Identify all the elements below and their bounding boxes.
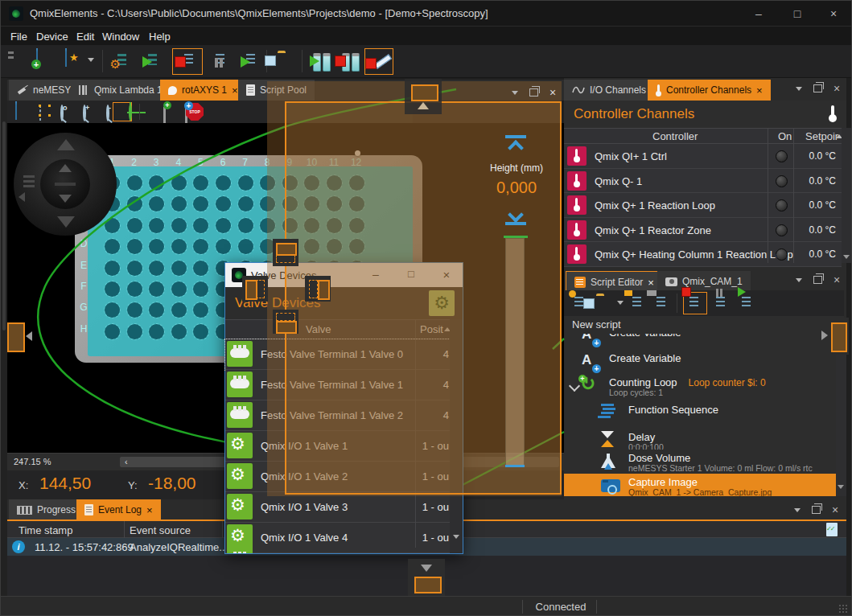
pan-icon[interactable]: [39, 105, 41, 121]
scroll-down-icon[interactable]: [838, 485, 844, 489]
valve-row[interactable]: Qmix I/O 1 Valve 41 - ou: [225, 523, 450, 553]
script-item[interactable]: Create Variable: [564, 350, 836, 375]
dock-right-indicator[interactable]: [305, 276, 331, 302]
maximize-button[interactable]: □: [780, 1, 815, 27]
close-panel-icon[interactable]: ×: [833, 84, 840, 92]
controller-row[interactable]: Qmix QI+ 1 Ctrl0.0 °C: [564, 144, 842, 169]
controller-row[interactable]: Qmix Q+ 1 Reactor Zone0.0 °C: [564, 218, 842, 243]
float-panel-icon[interactable]: [529, 88, 538, 97]
tab-controller-channels[interactable]: Controller Channels ×: [648, 80, 771, 101]
plate-well[interactable]: [105, 261, 120, 276]
power-toggle[interactable]: [776, 175, 788, 187]
panel-dropdown-icon[interactable]: [796, 87, 802, 91]
move-to-top-icon[interactable]: [505, 135, 526, 154]
dock-bottom-indicator[interactable]: [273, 310, 298, 334]
plate-well[interactable]: [127, 261, 142, 276]
float-panel-icon[interactable]: [812, 506, 821, 514]
script-item[interactable]: Capture ImageQmix_CAM_1 -> Camera_Captur…: [564, 474, 836, 496]
jog-inner-up-icon[interactable]: [59, 164, 72, 172]
scroll-down-icon[interactable]: [843, 255, 850, 259]
script-item[interactable]: Delay0:0:0:100: [564, 429, 836, 450]
jog-down-icon[interactable]: [57, 216, 75, 228]
dock-edge-right-indicator[interactable]: [815, 318, 849, 355]
favorites-dropdown-icon[interactable]: [88, 58, 94, 62]
zoom-original-icon[interactable]: o: [60, 105, 64, 121]
tab-io-channels[interactable]: I/O Channels: [564, 80, 654, 101]
plate-well[interactable]: [105, 218, 120, 233]
menu-window[interactable]: Window: [97, 29, 144, 44]
move-to-bottom-icon[interactable]: [505, 207, 526, 227]
close-tab-icon[interactable]: ×: [756, 84, 763, 97]
script-item[interactable]: Function Sequence: [564, 401, 836, 429]
script-item[interactable]: Create Variable: [564, 334, 836, 351]
menu-edit[interactable]: Edit: [72, 29, 99, 44]
zoom-in-icon[interactable]: +: [83, 105, 86, 121]
col-on[interactable]: On: [778, 130, 792, 142]
plate-well[interactable]: [149, 261, 164, 276]
float-panel-icon[interactable]: [813, 276, 822, 284]
close-panel-icon[interactable]: ×: [833, 276, 840, 284]
script-item[interactable]: Dose VolumeneMESYS Starter 1 Volume: 0 m…: [564, 450, 836, 474]
dock-edge-top-indicator[interactable]: [405, 79, 442, 114]
dock-left-indicator[interactable]: [242, 276, 268, 302]
panel-dropdown-icon[interactable]: [794, 508, 801, 512]
menu-file[interactable]: File: [6, 29, 32, 44]
dock-edge-left-indicator[interactable]: [7, 322, 41, 351]
jog-menu-icon[interactable]: [23, 175, 35, 178]
plate-well[interactable]: [171, 175, 187, 191]
close-tab-icon[interactable]: ×: [232, 84, 238, 97]
plate-well[interactable]: [127, 281, 142, 297]
float-panel-icon[interactable]: [813, 84, 822, 92]
panel-dropdown-icon[interactable]: [796, 278, 802, 282]
layout-icon[interactable]: [15, 101, 17, 120]
controller-table-header[interactable]: Controller On Setpoir: [564, 128, 842, 144]
expand-chevron-icon[interactable]: [569, 380, 580, 392]
open-dropdown-icon[interactable]: [617, 301, 624, 305]
close-panel-icon[interactable]: ×: [832, 506, 838, 514]
dock-top-indicator[interactable]: [273, 239, 298, 266]
tab-qmix-lambda[interactable]: Qmix Lambda 1: [71, 80, 171, 101]
favorites-window-icon[interactable]: ★: [65, 48, 67, 67]
log-filter-icon[interactable]: [826, 523, 838, 536]
minimize-button[interactable]: –: [741, 1, 776, 27]
plate-well[interactable]: [216, 218, 231, 233]
jog-dpad-control[interactable]: [14, 133, 117, 236]
plate-well[interactable]: [105, 324, 120, 339]
plate-well[interactable]: [216, 175, 231, 191]
tab-progress[interactable]: Progress: [9, 499, 84, 520]
menu-help[interactable]: Help: [144, 29, 175, 44]
vertical-scrollbar[interactable]: [836, 334, 846, 496]
script-item[interactable]: Counting LoopLoop counter $i: 0Loop cycl…: [564, 374, 836, 402]
close-panel-icon[interactable]: ×: [549, 88, 556, 97]
dock-edge-bottom-indicator[interactable]: [408, 559, 445, 596]
power-toggle[interactable]: [776, 150, 788, 162]
plate-well[interactable]: [238, 175, 253, 191]
close-tab-icon[interactable]: ×: [146, 504, 153, 516]
plate-well[interactable]: [105, 281, 120, 297]
plate-well[interactable]: [149, 218, 164, 233]
plate-well[interactable]: [238, 218, 253, 233]
close-button[interactable]: ×: [816, 1, 851, 27]
valve-row[interactable]: Qmix I/O 1 Valve 31 - ou: [225, 492, 450, 523]
tab-script-pool[interactable]: Script Pool: [238, 80, 315, 101]
plate-well[interactable]: [127, 196, 142, 211]
height-slider[interactable]: [505, 238, 525, 466]
jog-up-icon[interactable]: [57, 139, 75, 150]
zoom-out-icon[interactable]: -: [106, 105, 109, 121]
panel-dropdown-icon[interactable]: [512, 91, 518, 95]
scroll-down-icon[interactable]: [453, 535, 459, 539]
plate-well[interactable]: [238, 196, 253, 211]
power-toggle[interactable]: [776, 224, 788, 236]
plate-well[interactable]: [171, 281, 187, 297]
jog-inner-down-icon[interactable]: [59, 195, 72, 203]
controller-row[interactable]: Qmix Q+ Heating Column 1 Reaction Loop0.…: [564, 242, 842, 267]
plate-well[interactable]: [127, 324, 142, 339]
plate-well[interactable]: [193, 261, 208, 276]
resize-grip[interactable]: [838, 604, 848, 614]
jog-inner-control[interactable]: [40, 159, 90, 209]
plate-well[interactable]: [171, 218, 187, 233]
plate-well[interactable]: [149, 324, 164, 339]
col-time-stamp[interactable]: Time stamp: [19, 524, 72, 536]
plate-well[interactable]: [171, 324, 187, 339]
plate-well[interactable]: [260, 218, 275, 233]
